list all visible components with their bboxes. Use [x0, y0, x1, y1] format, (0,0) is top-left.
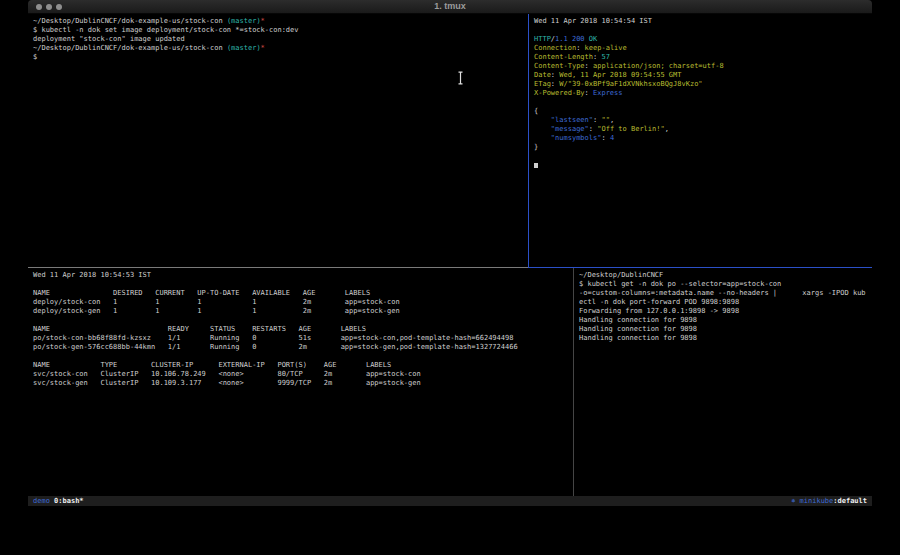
terminal-text-segment: Handling connection for 9898	[579, 325, 697, 333]
terminal-line: "lastseen": "",	[534, 116, 867, 125]
terminal-text-segment: $	[33, 53, 37, 61]
terminal-text-segment: NAME READY STATUS RESTARTS AGE LABELS	[33, 325, 366, 333]
terminal-text-segment: (master)	[227, 17, 261, 25]
terminal-line	[534, 152, 867, 161]
terminal-text-segment: "lastseen"	[551, 116, 593, 124]
pane-top-left-shell[interactable]: ~/Desktop/DublinCNCF/dok-example-us/stoc…	[28, 14, 528, 267]
window-titlebar[interactable]: 1. tmux	[28, 0, 872, 14]
status-session-window-tab[interactable]: demo 0:bash*	[33, 496, 84, 506]
terminal-text-segment: *	[261, 44, 265, 52]
terminal-line: NAME DESIRED CURRENT UP-TO-DATE AVAILABL…	[33, 289, 568, 298]
pane-bottom-left-kubectl-watch[interactable]: Wed 11 Apr 2018 10:54:53 IST NAME DESIRE…	[28, 268, 573, 496]
terminal-line	[534, 161, 867, 170]
terminal-text-segment: :default	[833, 497, 867, 505]
terminal-text-segment: Wed 11 Apr 2018 10:54:54 IST	[534, 17, 652, 25]
terminal-text-segment: demo	[33, 497, 50, 505]
terminal-line: svc/stock-con ClusterIP 10.106.78.249 <n…	[33, 370, 568, 379]
terminal-text-segment: Connection	[534, 44, 576, 52]
terminal-line	[534, 98, 867, 107]
terminal-window: 1. tmux ~/Desktop/DublinCNCF/dok-example…	[28, 0, 872, 507]
terminal-text-segment: :	[585, 89, 593, 97]
terminal-line: Wed 11 Apr 2018 10:54:54 IST	[534, 17, 867, 26]
terminal-line: Handling connection for 9898	[579, 325, 867, 334]
terminal-text-segment: (master)	[227, 44, 261, 52]
pane-border-vertical-bottom[interactable]	[573, 268, 574, 496]
pane-top-right-http-response[interactable]: Wed 11 Apr 2018 10:54:54 IST HTTP/1.1 20…	[529, 14, 872, 267]
terminal-text-segment: deployment "stock-con" image updated	[33, 35, 185, 43]
pane-border-horizontal-right[interactable]	[528, 267, 872, 268]
terminal-line: NAME READY STATUS RESTARTS AGE LABELS	[33, 325, 568, 334]
terminal-line	[534, 26, 867, 35]
mouse-cursor-ibeam	[456, 70, 465, 89]
terminal-text-segment: ,	[610, 116, 614, 124]
window-title: 1. tmux	[28, 0, 872, 13]
terminal-line	[33, 352, 568, 361]
terminal-line: }	[534, 143, 867, 152]
terminal-text-segment: Express	[593, 89, 623, 97]
terminal-line: NAME TYPE CLUSTER-IP EXTERNAL-IP PORT(S)…	[33, 361, 568, 370]
terminal-text-segment: Content-Length	[534, 53, 593, 61]
terminal-line: ETag: W/"39-0xBPf9aF1dXVNkhsxoBQgJ8vKzo"	[534, 80, 867, 89]
terminal-text-segment: deploy/stock-con 1 1 1 1 2m app=stock-co…	[33, 298, 400, 306]
pane-border-horizontal-left[interactable]	[28, 267, 528, 268]
terminal-text-segment	[534, 125, 551, 133]
terminal-text-segment: po/stock-con-bb68f88fd-kzsxz 1/1 Running…	[33, 334, 513, 342]
terminal-line: HTTP/1.1 200 OK	[534, 35, 867, 44]
terminal-text-segment: svc/stock-con ClusterIP 10.106.78.249 <n…	[33, 370, 421, 378]
terminal-text-segment: 57	[601, 53, 609, 61]
terminal-text-segment: ectl -n dok port-forward POD 9898:9898	[579, 298, 739, 306]
terminal-line: Handling connection for 9898	[579, 316, 867, 325]
terminal-line	[33, 280, 568, 289]
terminal-text-segment: Date	[534, 71, 551, 79]
terminal-text-segment: 0:bash*	[54, 497, 84, 505]
terminal-text-segment: $ kubectl get -n dok po --selector=app=s…	[579, 280, 781, 288]
terminal-text-segment: HTTP	[534, 35, 551, 43]
terminal-line: "numsymbols": 4	[534, 134, 867, 143]
terminal-line: $ kubectl -n dok set image deployment/st…	[33, 26, 523, 35]
terminal-text-segment: ~/Desktop/DublinCNCF	[579, 271, 663, 279]
terminal-line: {	[534, 107, 867, 116]
pane-bottom-right-port-forward[interactable]: ~/Desktop/DublinCNCF$ kubectl get -n dok…	[574, 268, 872, 496]
terminal-text-segment: Wed, 11 Apr 2018 09:54:55 GMT	[559, 71, 681, 79]
tmux-status-bar: demo 0:bash* ⎈ minikube:default	[28, 496, 872, 506]
terminal-text-segment	[534, 134, 551, 142]
terminal-text-segment: X-Powered-By	[534, 89, 585, 97]
terminal-text-segment: 1.1 200	[555, 35, 585, 43]
terminal-text-segment: W/"39-0xBPf9aF1dXVNkhsxoBQgJ8vKzo"	[559, 80, 702, 88]
terminal-line: deploy/stock-con 1 1 1 1 2m app=stock-co…	[33, 298, 568, 307]
pane-border-vertical-top[interactable]	[528, 14, 529, 268]
terminal-line: Content-Length: 57	[534, 53, 867, 62]
terminal-text-segment: ETag	[534, 80, 551, 88]
terminal-text-segment: NAME DESIRED CURRENT UP-TO-DATE AVAILABL…	[33, 289, 370, 297]
terminal-line: Forwarding from 127.0.0.1:9898 -> 9898	[579, 307, 867, 316]
terminal-line: -o=custom-columns=:metadata.name --no-he…	[579, 289, 867, 298]
terminal-line: Content-Type: application/json; charset=…	[534, 62, 867, 71]
tmux-session: ~/Desktop/DublinCNCF/dok-example-us/stoc…	[28, 14, 872, 496]
terminal-text-segment: "Off to Berlin!"	[597, 125, 664, 133]
terminal-line: Date: Wed, 11 Apr 2018 09:54:55 GMT	[534, 71, 867, 80]
terminal-line: Wed 11 Apr 2018 10:54:53 IST	[33, 271, 568, 280]
desktop-background: { "window": { "title": "1. tmux", "contr…	[0, 0, 900, 555]
terminal-line	[33, 316, 568, 325]
terminal-line: Connection: keep-alive	[534, 44, 867, 53]
terminal-text-segment: Handling connection for 9898	[579, 316, 697, 324]
terminal-line: $	[33, 53, 523, 62]
terminal-text-segment: minikube	[800, 497, 834, 505]
terminal-text-segment: OK	[589, 35, 597, 43]
terminal-line: ~/Desktop/DublinCNCF/dok-example-us/stoc…	[33, 17, 523, 26]
terminal-text-segment: :	[589, 125, 597, 133]
terminal-text-segment: 4	[610, 134, 614, 142]
terminal-text-segment: ~/Desktop/DublinCNCF/dok-example-us/stoc…	[33, 44, 227, 52]
terminal-text-segment: :	[576, 44, 584, 52]
terminal-text-segment: -o=custom-columns=:metadata.name --no-he…	[579, 289, 866, 297]
terminal-text-segment: }	[534, 143, 538, 151]
terminal-line: deployment "stock-con" image updated	[33, 35, 523, 44]
terminal-text-segment: Handling connection for 9898	[579, 334, 697, 342]
terminal-text-segment: :	[601, 134, 609, 142]
terminal-line: po/stock-con-bb68f88fd-kzsxz 1/1 Running…	[33, 334, 568, 343]
terminal-text-segment: "message"	[551, 125, 589, 133]
terminal-text-segment: application/json; charset=utf-8	[593, 62, 724, 70]
terminal-text-segment: deploy/stock-gen 1 1 1 1 2m app=stock-ge…	[33, 307, 400, 315]
terminal-text-segment: ⎈	[791, 497, 799, 505]
terminal-text-segment: {	[534, 107, 538, 115]
